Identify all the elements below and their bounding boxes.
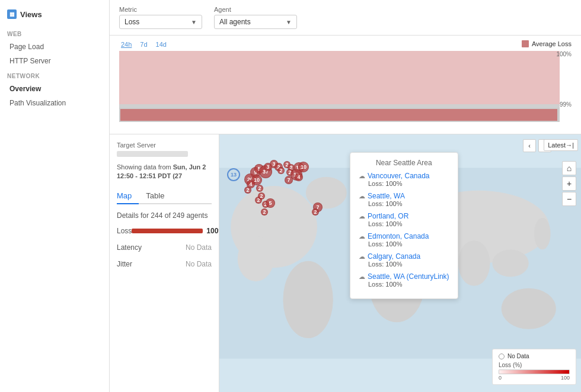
map-legend: No Data Loss (%) 0 100 <box>492 349 576 385</box>
tooltip-item-5: ☁ Seattle, WA (CenturyLink) Loss: 100% <box>359 272 449 288</box>
metric-select[interactable]: Loss ▼ <box>119 15 202 29</box>
tooltip-item-0: ☁ Vancouver, Canada Loss: 100% <box>359 172 449 187</box>
sidebar-item-overview[interactable]: Overview <box>0 82 109 96</box>
sidebar-title: Views <box>20 10 42 19</box>
legend-no-data-circle <box>499 354 505 359</box>
time-btn-24h[interactable]: 24h <box>119 40 133 49</box>
time-controls: 24h 7d 14d <box>119 40 572 49</box>
chart-label-99: 99% <box>560 101 572 110</box>
tab-table[interactable]: Table <box>146 188 171 204</box>
data-info-prefix: Showing data from <box>117 163 171 171</box>
cluster-0[interactable]: 13 <box>227 168 240 181</box>
map-prev-btn[interactable]: ‹ <box>523 139 536 152</box>
map-section: Target Server Showing data from Sun, Jun… <box>110 134 581 392</box>
time-btn-14d[interactable]: 14d <box>154 40 168 49</box>
time-btn-7d[interactable]: 7d <box>138 40 149 49</box>
cloud-icon-1: ☁ <box>359 192 365 200</box>
legend-gradient-labels: 0 100 <box>499 375 570 381</box>
cluster-8[interactable]: 2 <box>256 185 263 192</box>
metric-label: Metric <box>119 6 202 13</box>
tooltip-location-0: ☁ Vancouver, Canada <box>359 172 449 180</box>
svg-point-9 <box>492 249 528 277</box>
legend-min-label: 0 <box>499 375 502 381</box>
jitter-metric-row: Jitter No Data <box>117 260 212 268</box>
cluster-19[interactable]: 4 <box>295 173 303 181</box>
legend-loss-label: Loss (%) <box>499 362 570 368</box>
svg-point-8 <box>458 240 490 286</box>
cluster-12[interactable]: 2 <box>277 167 285 174</box>
metric-arrow-icon: ▼ <box>191 19 197 25</box>
tooltip-location-3: ☁ Edmonton, Canada <box>359 232 449 240</box>
loss-label: Loss <box>117 227 132 235</box>
legend-max-label: 100 <box>561 375 570 381</box>
target-server-label: Target Server <box>117 142 212 149</box>
map-latest-btn[interactable]: Latest→| <box>544 139 578 151</box>
loss-metric-row: Loss 100% <box>117 227 212 235</box>
web-section-label: WEB <box>0 26 109 40</box>
cluster-20[interactable]: 7 <box>285 176 293 184</box>
tooltip-item-4: ☁ Calgary, Canada Loss: 100% <box>359 252 449 268</box>
top-controls: Metric Loss ▼ Agent All agents ▼ <box>110 0 581 36</box>
svg-point-11 <box>534 218 551 250</box>
tooltip-stat-0: Loss: 100% <box>359 180 449 187</box>
views-icon: ▦ <box>7 9 17 19</box>
latency-label: Latency <box>117 243 142 252</box>
cluster-22[interactable]: 2 <box>258 192 265 200</box>
tooltip-stat-3: Loss: 100% <box>359 240 449 248</box>
cloud-icon-0: ☁ <box>359 172 365 180</box>
sidebar-item-page-load[interactable]: Page Load <box>0 40 109 54</box>
cloud-icon-2: ☁ <box>359 213 365 220</box>
tooltip-title: Near Seattle Area <box>359 159 449 167</box>
cloud-icon-5: ☁ <box>359 273 365 281</box>
cluster-27[interactable]: 2 <box>312 208 319 216</box>
tooltip-location-1: ☁ Seattle, WA <box>359 192 449 200</box>
svg-point-3 <box>306 177 347 209</box>
tooltip-location-4: ☁ Calgary, Canada <box>359 252 449 261</box>
legend-no-data-row: No Data <box>499 353 570 359</box>
nav-tabs: Map Table <box>117 188 212 204</box>
cluster-7[interactable]: 2 <box>244 187 251 194</box>
map-container[interactable]: Near Seattle Area ☁ Vancouver, Canada Lo… <box>219 134 581 392</box>
zoom-home-btn[interactable]: ⌂ <box>562 161 576 175</box>
legend-gradient <box>499 369 570 374</box>
agent-label: Agent <box>214 6 297 13</box>
tooltip-item-3: ☁ Edmonton, Canada Loss: 100% <box>359 232 449 248</box>
tooltip-stat-1: Loss: 100% <box>359 200 449 207</box>
tooltip-stat-5: Loss: 100% <box>359 281 449 288</box>
sidebar-logo: ▦ Views <box>0 5 109 26</box>
tooltip-item-2: ☁ Portland, OR Loss: 100% <box>359 212 449 227</box>
data-info: Showing data from Sun, Jun 2 12:50 - 12:… <box>117 163 212 181</box>
svg-point-10 <box>502 288 556 329</box>
zoom-out-btn[interactable]: − <box>562 192 576 206</box>
cluster-25[interactable]: 2 <box>261 208 268 216</box>
cloud-icon-4: ☁ <box>359 253 365 261</box>
agent-arrow-icon: ▼ <box>286 19 292 25</box>
sidebar-item-path-visualization[interactable]: Path Visualization <box>0 96 109 110</box>
legend-color-swatch <box>522 40 529 47</box>
chart-area: 24h 7d 14d Average Loss 100% 99% <box>110 36 581 134</box>
sidebar: ▦ Views WEB Page Load HTTP Server NETWOR… <box>0 0 110 392</box>
agent-select[interactable]: All agents ▼ <box>214 15 297 29</box>
tab-map[interactable]: Map <box>117 188 139 204</box>
cloud-icon-3: ☁ <box>359 233 365 240</box>
details-label: Details for 244 of 249 agents <box>117 211 212 220</box>
jitter-value: No Data <box>186 260 212 268</box>
legend-no-data-label: No Data <box>507 353 529 359</box>
cluster-24[interactable]: 5 <box>266 198 275 208</box>
chart-legend: Average Loss <box>522 40 572 47</box>
svg-point-4 <box>283 261 333 338</box>
main-content: Metric Loss ▼ Agent All agents ▼ 24h 7d … <box>110 0 581 392</box>
loss-value: 100% <box>206 227 219 235</box>
sidebar-item-http-server[interactable]: HTTP Server <box>0 54 109 68</box>
tooltip-stat-4: Loss: 100% <box>359 261 449 268</box>
map-zoom-controls: ⌂ + − <box>562 161 576 206</box>
jitter-label: Jitter <box>117 260 132 268</box>
zoom-in-btn[interactable]: + <box>562 176 576 191</box>
tooltip-item-1: ☁ Seattle, WA Loss: 100% <box>359 192 449 207</box>
metric-control-group: Metric Loss ▼ <box>119 6 202 29</box>
loss-bar-container: 100% <box>132 227 219 235</box>
tooltip-location-5: ☁ Seattle, WA (CenturyLink) <box>359 272 449 281</box>
chart-label-100: 100% <box>556 51 572 57</box>
target-server-value <box>117 151 188 157</box>
latency-metric-row: Latency No Data <box>117 243 212 252</box>
